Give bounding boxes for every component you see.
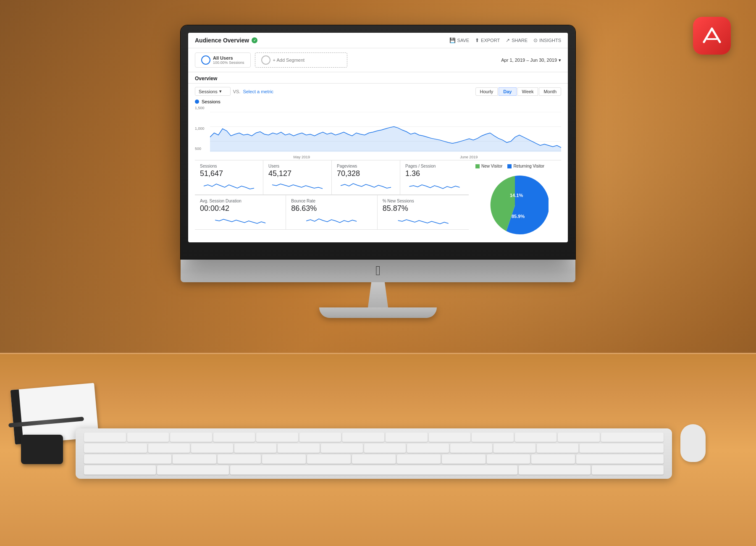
key[interactable] [157, 465, 229, 475]
spacebar[interactable] [230, 465, 517, 475]
key[interactable] [170, 433, 212, 442]
stat-pageviews-label: Pageviews [337, 164, 395, 168]
key[interactable] [515, 433, 557, 442]
returning-visitor-legend-color [507, 164, 512, 168]
stat-new-sessions-label: % New Sessions [383, 199, 464, 203]
key[interactable] [580, 444, 664, 453]
segment-bar: All Users 100.00% Sessions + Add Segment… [188, 48, 568, 72]
key[interactable] [84, 465, 156, 475]
y-axis: 1,500 1,000 500 [195, 106, 210, 152]
save-button[interactable]: 💾 SAVE [449, 37, 470, 43]
stat-pages-per-session: Pages / Session 1.36 [400, 160, 469, 195]
stat-new-sessions: % New Sessions 85.87% [378, 195, 469, 230]
add-segment-button[interactable]: + Add Segment [255, 52, 347, 68]
key[interactable] [213, 433, 255, 442]
time-btn-week[interactable]: Week [517, 87, 538, 96]
time-btn-month[interactable]: Month [539, 87, 561, 96]
key[interactable] [442, 454, 486, 464]
select-metric-link[interactable]: Select a metric [243, 89, 273, 94]
key[interactable] [342, 433, 384, 442]
key[interactable] [386, 433, 428, 442]
key[interactable] [127, 433, 169, 442]
key[interactable] [487, 454, 530, 464]
key[interactable] [352, 454, 396, 464]
key[interactable] [321, 444, 363, 453]
export-icon: ⬆ [475, 37, 479, 43]
stat-users-value: 45,127 [268, 169, 326, 178]
chart-controls: Sessions ▾ VS. Select a metric Hourly Da… [188, 84, 568, 99]
time-buttons: Hourly Day Week Month [475, 87, 561, 96]
x-label-june: June 2019 [460, 155, 478, 159]
mouse[interactable] [680, 424, 706, 462]
y-label-1000: 1,000 [195, 126, 210, 131]
save-icon: 💾 [449, 37, 456, 43]
vs-label: VS. [233, 89, 241, 94]
stat-pageviews: Pageviews 70,328 [332, 160, 400, 195]
segment-circle-icon [201, 55, 210, 65]
new-visitor-legend: New Visitor [475, 164, 502, 168]
key[interactable] [592, 465, 664, 475]
stats-pie-section: Sessions 51,647 Users 45,127 [188, 160, 568, 242]
key[interactable] [450, 444, 492, 453]
key[interactable] [84, 454, 171, 464]
stat-new-sessions-value: 85.87% [383, 204, 464, 213]
share-button[interactable]: ↗ SHARE [506, 37, 528, 43]
stat-users-label: Users [268, 164, 326, 168]
new-visitor-pct-label: 14.1% [510, 193, 523, 198]
key[interactable] [407, 444, 449, 453]
key[interactable] [299, 433, 341, 442]
date-range-picker[interactable]: Apr 1, 2019 – Jun 30, 2019 ▾ [501, 58, 561, 63]
insights-button[interactable]: ⊙ INSIGHTS [533, 37, 561, 43]
key[interactable] [364, 444, 406, 453]
key[interactable] [218, 454, 261, 464]
metric-dropdown[interactable]: Sessions ▾ [195, 87, 231, 96]
key[interactable] [191, 444, 233, 453]
key[interactable] [148, 444, 190, 453]
insights-icon: ⊙ [533, 37, 538, 43]
bounce-sparkline [291, 215, 372, 225]
stat-sessions: Sessions 51,647 [195, 160, 263, 195]
stat-pps-label: Pages / Session [405, 164, 464, 168]
new-visitor-legend-color [475, 164, 480, 168]
key[interactable] [307, 454, 351, 464]
key[interactable] [494, 444, 536, 453]
imac-screen: Audience Overview ✓ 💾 SAVE ⬆ EXPORT [188, 33, 568, 242]
imac-stand-neck [361, 282, 395, 307]
key[interactable] [519, 465, 591, 475]
duration-sparkline [200, 215, 281, 225]
header-actions: 💾 SAVE ⬆ EXPORT ↗ SHARE ⊙ [449, 37, 561, 43]
pps-sparkline [405, 180, 464, 190]
segment-left: All Users 100.00% Sessions + Add Segment [195, 52, 347, 68]
phone [21, 435, 63, 464]
key[interactable] [234, 444, 276, 453]
pie-legend: New Visitor Returning Visitor [475, 164, 544, 168]
key[interactable] [531, 454, 575, 464]
key[interactable] [558, 433, 600, 442]
key[interactable] [429, 433, 471, 442]
key[interactable] [262, 454, 306, 464]
key[interactable] [84, 444, 147, 453]
apple-logo-icon:  [375, 263, 381, 278]
segment-sublabel: 100.00% Sessions [213, 60, 244, 65]
stat-sessions-label: Sessions [200, 164, 258, 168]
app-logo [693, 17, 731, 55]
key[interactable] [278, 444, 320, 453]
metric-label: Sessions [199, 89, 218, 94]
stat-sessions-value: 51,647 [200, 169, 258, 178]
key[interactable] [84, 433, 126, 442]
time-btn-day[interactable]: Day [499, 87, 516, 96]
time-btn-hourly[interactable]: Hourly [475, 87, 498, 96]
key[interactable] [397, 454, 441, 464]
key[interactable] [472, 433, 514, 442]
sessions-sparkline [200, 180, 258, 190]
key[interactable] [537, 444, 579, 453]
key[interactable] [576, 454, 664, 464]
verified-badge: ✓ [252, 37, 257, 43]
keyboard [76, 428, 672, 479]
key[interactable] [256, 433, 298, 442]
imac-bezel: Audience Overview ✓ 💾 SAVE ⬆ EXPORT [181, 25, 575, 259]
key[interactable] [601, 433, 664, 442]
key[interactable] [173, 454, 216, 464]
all-users-segment[interactable]: All Users 100.00% Sessions [195, 52, 251, 68]
export-button[interactable]: ⬆ EXPORT [475, 37, 500, 43]
